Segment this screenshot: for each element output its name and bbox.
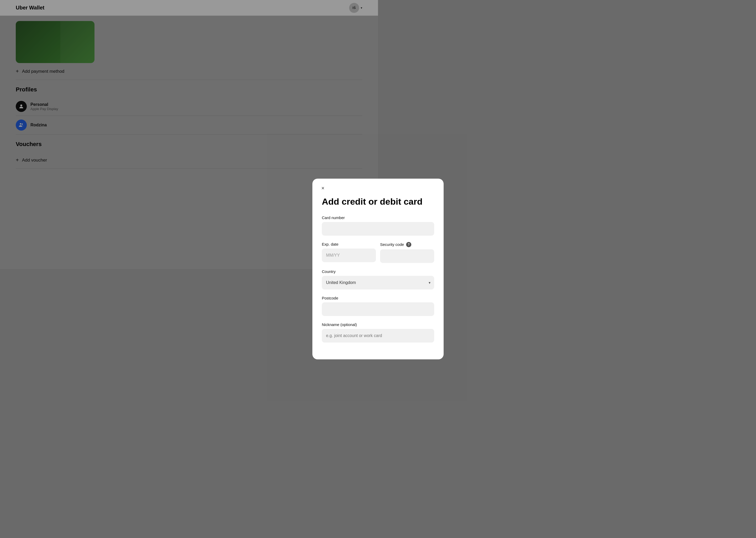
card-number-label: Card number bbox=[322, 215, 378, 220]
modal-dialog: × Add credit or debit card Card number E… bbox=[312, 179, 378, 269]
close-button[interactable]: × bbox=[319, 184, 327, 192]
exp-date-group: Exp. date bbox=[322, 242, 376, 263]
modal-title: Add credit or debit card bbox=[322, 196, 378, 207]
exp-date-input[interactable] bbox=[322, 248, 376, 262]
modal-overlay[interactable]: × Add credit or debit card Card number E… bbox=[0, 0, 378, 269]
exp-date-label: Exp. date bbox=[322, 242, 376, 246]
card-number-input[interactable] bbox=[322, 222, 378, 236]
exp-security-row: Exp. date Security code ? bbox=[322, 242, 378, 269]
card-number-group: Card number bbox=[322, 215, 378, 236]
